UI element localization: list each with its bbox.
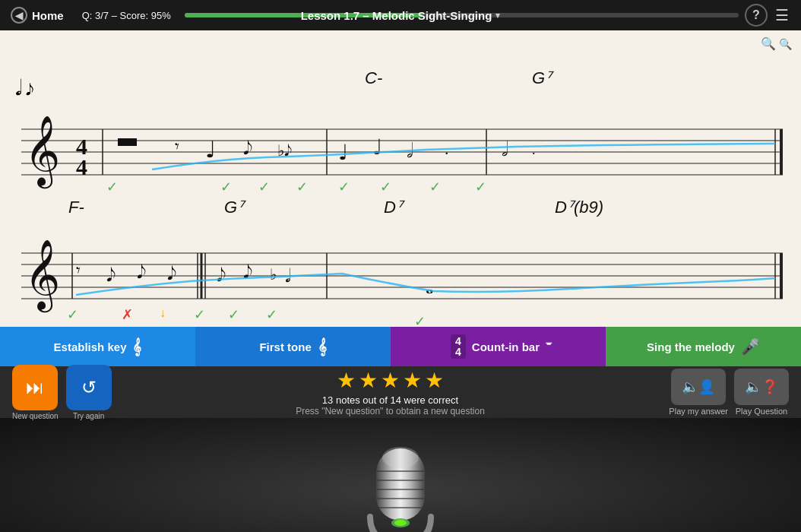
warning-r2: ↓ [160, 306, 166, 320]
microphone-icon-action: 🎤 [741, 337, 760, 356]
svg-text:𝅘𝅥𝅮: 𝅘𝅥𝅮 [167, 265, 176, 280]
svg-text:4: 4 [76, 154, 87, 179]
sing-melody-button[interactable]: Sing the melody 🎤 [606, 327, 801, 366]
svg-text:𝄞: 𝄞 [24, 116, 60, 189]
star-1: ★ [337, 368, 356, 393]
svg-rect-9 [118, 138, 137, 146]
speaker-question-icon: 🔈❓ [745, 378, 778, 395]
star-3: ★ [381, 368, 400, 393]
zoom-controls: 🔍 🔍 [761, 36, 792, 51]
svg-text:𝅘𝅥𝅮: 𝅘𝅥𝅮 [243, 140, 252, 155]
establish-key-button[interactable]: Establish key 𝄞 [0, 327, 195, 366]
staff-2: 𝄞 𝄾 𝅘𝅥𝅮 𝅘𝅥𝅮 𝅘𝅥𝅮 𝅘𝅥𝅮 𝅘𝅥𝅮 ♭ 𝅗𝅥. 𝅝 [0, 226, 801, 318]
svg-text:♩: ♩ [338, 141, 348, 164]
zoom-in-button[interactable]: 🔍 [761, 36, 776, 51]
star-rating: ★ ★ ★ ★ ★ [337, 368, 444, 393]
checkmark-1: ✓ [106, 179, 118, 195]
play-my-answer-button[interactable]: 🔈👤 [671, 369, 726, 405]
svg-text:♩: ♩ [372, 135, 382, 159]
svg-text:𝅗𝅥: 𝅗𝅥 [502, 141, 508, 157]
first-tone-label: First tone [259, 340, 311, 353]
correct-count-text: 13 notes out of 14 were correct [322, 394, 458, 406]
establish-key-label: Establish key [54, 340, 127, 353]
new-question-label: New question [12, 412, 59, 420]
svg-point-56 [394, 520, 407, 526]
count-in-label: Count-in bar [472, 340, 540, 353]
checkmark-2: ✓ [220, 179, 232, 195]
svg-text:.: . [532, 142, 536, 157]
chord-d7: D⁷ [384, 198, 403, 217]
svg-text:𝅘𝅥𝅮: 𝅘𝅥𝅮 [243, 264, 252, 279]
checkmark-r2-4: ✓ [228, 306, 239, 323]
svg-point-54 [382, 447, 419, 468]
music-note-icon-1: 𝄞 [132, 338, 141, 356]
time-signature: 4 4 [451, 334, 466, 359]
count-in-bar-button[interactable]: 4 4 Count-in bar 𝄻 [391, 327, 606, 366]
microphone-area [0, 418, 801, 532]
chord-g7-2: G⁷ [224, 198, 244, 217]
try-again-button[interactable]: ↺ [66, 365, 112, 410]
play-question-label: Play Question [736, 407, 787, 416]
lesson-title[interactable]: Lesson 1.7 – Melodic Sight-Singing ▾ [301, 9, 501, 22]
chord-cm: C- [365, 68, 382, 88]
chord-d7b9: D⁷(b9) [555, 198, 603, 217]
chord-g7-1: G⁷ [532, 68, 552, 88]
checkmark-4: ✓ [296, 179, 308, 195]
playback-buttons: 🔈👤 Play my answer 🔈❓ Play Question [669, 369, 789, 416]
pickup-note: 𝅗𝅥. 𝅘𝅥𝅮𝅘𝅥𝅮 [15, 76, 26, 101]
home-button[interactable]: ◀ Home [0, 0, 74, 30]
svg-text:𝄾: 𝄾 [76, 267, 81, 274]
speaker-person-icon: 🔈👤 [682, 378, 715, 395]
header-right: ? ☰ [745, 3, 801, 27]
star-2: ★ [359, 368, 378, 393]
svg-text:𝄾: 𝄾 [175, 143, 179, 150]
home-label: Home [32, 9, 64, 22]
svg-text:𝅘𝅥𝅮: 𝅘𝅥𝅮 [106, 267, 116, 282]
checkmark-7: ✓ [429, 179, 441, 195]
action-bar: Establish key 𝄞 First tone 𝄞 4 4 Count-i… [0, 327, 801, 366]
checkmark-r2-1: ✓ [67, 306, 78, 323]
checkmark-r2-3: ✓ [194, 306, 205, 323]
new-question-button[interactable]: ⏭ [12, 365, 58, 410]
svg-text:𝄞: 𝄞 [24, 240, 60, 313]
microphone-graphic [340, 433, 461, 532]
svg-text:♭: ♭ [270, 266, 277, 283]
checkmark-3: ✓ [258, 179, 270, 195]
back-arrow-icon: ◀ [11, 7, 27, 24]
checkmark-8: ✓ [475, 179, 486, 195]
first-tone-button[interactable]: First tone 𝄞 [195, 327, 391, 366]
svg-text:♩: ♩ [205, 137, 216, 162]
checkmark-6: ✓ [380, 179, 391, 195]
checkmark-r2-6: ✓ [414, 313, 426, 327]
star-4: ★ [403, 368, 422, 393]
svg-text:𝅘𝅥𝅮: 𝅘𝅥𝅮 [137, 264, 146, 279]
play-question-button[interactable]: 🔈❓ [734, 369, 789, 405]
checkmark-r2-5: ✓ [266, 306, 277, 323]
help-button[interactable]: ? [745, 4, 768, 27]
sheet-music-area: 🔍 🔍 𝅗𝅥. 𝅘𝅥𝅮𝅘𝅥𝅮 C- G⁷ 𝄞 4 4 𝄾 ♩ 𝅘𝅥𝅮 [0, 30, 801, 327]
star-5: ★ [425, 368, 444, 393]
music-note-icon-2: 𝄞 [318, 338, 327, 356]
menu-button[interactable]: ☰ [772, 3, 792, 27]
play-my-answer-label: Play my answer [669, 407, 728, 416]
staff-1: 𝄞 4 4 𝄾 ♩ 𝅘𝅥𝅮 ♭𝅘𝅥𝅮 ♩ ♩ 𝅗𝅥 . 𝅗𝅥 . [0, 103, 801, 194]
try-again-label: Try again [73, 412, 104, 420]
score-info: Q: 3/7 – Score: 95% [74, 10, 179, 21]
checkmark-5: ✓ [338, 179, 350, 195]
header: ◀ Home Q: 3/7 – Score: 95% Lesson 1.7 – … [0, 0, 801, 30]
new-question-prompt: Press "New question" to obtain a new que… [296, 406, 485, 416]
cross-r2: ✗ [122, 306, 133, 323]
sing-label: Sing the melody [647, 340, 735, 353]
stars-section: ★ ★ ★ ★ ★ 13 notes out of 14 were correc… [121, 368, 660, 416]
skip-forward-icon: ⏭ [26, 377, 44, 398]
zoom-out-button[interactable]: 🔍 [779, 38, 792, 50]
action-buttons: ⏭ New question ↺ Try again [12, 365, 112, 420]
dropdown-arrow-icon: ▾ [495, 11, 500, 21]
result-area: ⏭ New question ↺ Try again ★ ★ ★ ★ ★ 13 … [0, 366, 801, 418]
chord-fm: F- [68, 198, 84, 217]
replay-icon: ↺ [81, 377, 97, 398]
microphone-svg [340, 433, 461, 532]
